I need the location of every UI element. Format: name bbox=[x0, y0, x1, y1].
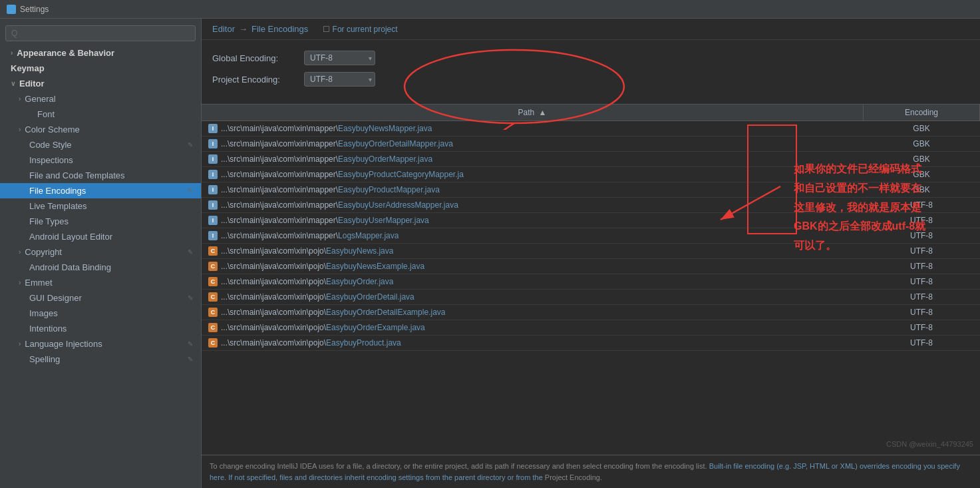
path-column-header: Path ▲ bbox=[202, 105, 864, 121]
file-table: Path ▲ Encoding I ...\src\main\java\com\… bbox=[202, 105, 980, 351]
breadcrumb: Editor → File Encodings ☐ For current pr… bbox=[202, 19, 980, 40]
path-highlight: EasybuyOrderDetailMapper.java bbox=[338, 139, 453, 148]
chevron-icon: ∨ bbox=[11, 80, 15, 87]
project-encoding-row: Project Encoding: UTF-8GBKISO-8859-1UTF-… bbox=[212, 72, 969, 87]
sidebar-item-filetypes[interactable]: File Types bbox=[0, 214, 201, 229]
table-row[interactable]: I ...\src\main\java\com\xin\mapper\Easyb… bbox=[202, 182, 980, 198]
path-text: ...\src\main\java\com\xin\pojo\EasybuyOr… bbox=[221, 277, 393, 286]
sidebar-item-intentions[interactable]: Intentions bbox=[0, 321, 201, 336]
sidebar-items-container: ›Appearance & BehaviorKeymap∨Editor›Gene… bbox=[0, 45, 201, 367]
sidebar-item-copyright[interactable]: ›Copyright✎ bbox=[0, 244, 201, 260]
sidebar-item-livetemplates[interactable]: Live Templates bbox=[0, 198, 201, 214]
path-text: ...\src\main\java\com\xin\pojo\EasybuyPr… bbox=[221, 338, 401, 348]
path-text: ...\src\main\java\com\xin\mapper\Easybuy… bbox=[221, 216, 429, 225]
table-row[interactable]: I ...\src\main\java\com\xin\mapper\Easyb… bbox=[202, 198, 980, 213]
path-cell: C ...\src\main\java\com\xin\pojo\Easybuy… bbox=[202, 320, 864, 336]
table-row[interactable]: I ...\src\main\java\com\xin\mapper\Easyb… bbox=[202, 136, 980, 152]
table-row[interactable]: C ...\src\main\java\com\xin\pojo\Easybuy… bbox=[202, 274, 980, 290]
for-project-checkbox[interactable]: ☐ For current project bbox=[323, 25, 397, 34]
sidebar-label: General bbox=[25, 94, 55, 104]
sidebar-item-filetemplates[interactable]: File and Code Templates bbox=[0, 168, 201, 183]
path-text: ...\src\main\java\com\xin\mapper\Easybuy… bbox=[221, 154, 432, 164]
sidebar-item-guidesigner[interactable]: GUI Designer✎ bbox=[0, 290, 201, 306]
row-badge: C bbox=[208, 262, 218, 271]
path-text: ...\src\main\java\com\xin\pojo\EasybuyOr… bbox=[221, 323, 425, 332]
sidebar-label: Appearance & Behavior bbox=[17, 48, 114, 58]
table-row[interactable]: I ...\src\main\java\com\xin\mapper\Easyb… bbox=[202, 121, 980, 136]
project-encoding-select-wrapper: UTF-8GBKISO-8859-1UTF-16windows-1252 bbox=[304, 72, 375, 87]
sidebar-label: Code Style bbox=[29, 140, 72, 150]
project-encoding-select[interactable]: UTF-8GBKISO-8859-1UTF-16windows-1252 bbox=[304, 72, 375, 87]
sidebar-item-androidlayout[interactable]: Android Layout Editor bbox=[0, 229, 201, 244]
footer-note: To change encoding IntelliJ IDEA uses fo… bbox=[202, 455, 980, 488]
chevron-icon: › bbox=[11, 49, 13, 57]
row-badge: I bbox=[208, 185, 218, 194]
sidebar-label: Language Injections bbox=[25, 339, 102, 349]
encoding-cell: UTF-8 bbox=[864, 244, 980, 259]
sidebar-item-inspections[interactable]: Inspections bbox=[0, 152, 201, 168]
table-row[interactable]: I ...\src\main\java\com\xin\mapper\LogsM… bbox=[202, 228, 980, 244]
table-row[interactable]: C ...\src\main\java\com\xin\pojo\Easybuy… bbox=[202, 336, 980, 351]
sidebar-item-languageinjections[interactable]: ›Language Injections✎ bbox=[0, 336, 201, 352]
edit-icon: ✎ bbox=[188, 141, 193, 148]
path-text: ...\src\main\java\com\xin\mapper\Easybuy… bbox=[221, 139, 453, 148]
breadcrumb-current: File Encodings bbox=[251, 24, 308, 34]
path-highlight: EasybuyOrderDetailExample.java bbox=[326, 308, 445, 317]
sidebar-item-font[interactable]: Font bbox=[0, 107, 201, 122]
search-input[interactable] bbox=[5, 25, 196, 41]
path-cell: C ...\src\main\java\com\xin\pojo\Easybuy… bbox=[202, 244, 864, 259]
sidebar-item-emmet[interactable]: ›Emmet bbox=[0, 275, 201, 290]
title-bar-text: Settings bbox=[20, 5, 49, 14]
table-row[interactable]: C ...\src\main\java\com\xin\pojo\Easybuy… bbox=[202, 290, 980, 305]
path-cell: I ...\src\main\java\com\xin\mapper\LogsM… bbox=[202, 228, 864, 244]
table-row[interactable]: I ...\src\main\java\com\xin\mapper\Easyb… bbox=[202, 152, 980, 167]
path-text: ...\src\main\java\com\xin\pojo\EasybuyOr… bbox=[221, 292, 414, 302]
table-row[interactable]: I ...\src\main\java\com\xin\mapper\Easyb… bbox=[202, 213, 980, 228]
encoding-cell: UTF-8 bbox=[864, 213, 980, 228]
project-encoding-label: Project Encoding: bbox=[212, 75, 299, 85]
footer-highlight: Built-in file encoding (e.g. JSP, HTML o… bbox=[210, 462, 960, 481]
row-badge: C bbox=[208, 277, 218, 286]
sidebar-label: File and Code Templates bbox=[29, 170, 125, 180]
encoding-column-header: Encoding bbox=[864, 105, 980, 121]
encoding-cell: UTF-8 bbox=[864, 290, 980, 305]
content-area: Editor → File Encodings ☐ For current pr… bbox=[202, 19, 980, 488]
path-cell: C ...\src\main\java\com\xin\pojo\Easybuy… bbox=[202, 305, 864, 320]
sidebar-item-keymap[interactable]: Keymap bbox=[0, 61, 201, 76]
path-cell: I ...\src\main\java\com\xin\mapper\Easyb… bbox=[202, 152, 864, 167]
encoding-cell: UTF-8 bbox=[864, 259, 980, 274]
path-highlight: EasybuyOrderDetail.java bbox=[326, 292, 414, 302]
sidebar-item-appearance[interactable]: ›Appearance & Behavior bbox=[0, 45, 201, 61]
table-row[interactable]: C ...\src\main\java\com\xin\pojo\Easybuy… bbox=[202, 259, 980, 274]
sidebar-item-codestyle[interactable]: Code Style✎ bbox=[0, 137, 201, 152]
path-highlight: EasybuyOrderExample.java bbox=[326, 323, 425, 332]
sidebar-item-fileencodings[interactable]: File Encodings✎ bbox=[0, 183, 201, 198]
sidebar-item-images[interactable]: Images bbox=[0, 306, 201, 321]
sidebar-item-editor[interactable]: ∨Editor bbox=[0, 76, 201, 91]
table-row[interactable]: C ...\src\main\java\com\xin\pojo\Easybuy… bbox=[202, 244, 980, 259]
table-row[interactable]: C ...\src\main\java\com\xin\pojo\Easybuy… bbox=[202, 320, 980, 336]
path-text: ...\src\main\java\com\xin\pojo\EasybuyOr… bbox=[221, 308, 445, 317]
sidebar-item-androiddatabinding[interactable]: Android Data Binding bbox=[0, 260, 201, 275]
encoding-cell: UTF-8 bbox=[864, 198, 980, 213]
file-table-container: Path ▲ Encoding I ...\src\main\java\com\… bbox=[202, 104, 980, 455]
row-badge: I bbox=[208, 124, 218, 133]
row-badge: C bbox=[208, 308, 218, 317]
path-text: ...\src\main\java\com\xin\mapper\Easybuy… bbox=[221, 185, 440, 194]
sidebar-label: Editor bbox=[19, 79, 45, 89]
encoding-cell: UTF-8 bbox=[864, 274, 980, 290]
sidebar-item-colorscheme[interactable]: ›Color Scheme bbox=[0, 122, 201, 137]
global-encoding-select[interactable]: UTF-8GBKISO-8859-1UTF-16windows-1252 bbox=[304, 51, 375, 65]
edit-icon: ✎ bbox=[188, 356, 193, 363]
table-body: I ...\src\main\java\com\xin\mapper\Easyb… bbox=[202, 121, 980, 351]
edit-icon: ✎ bbox=[188, 187, 193, 194]
sidebar-item-general[interactable]: ›General bbox=[0, 91, 201, 107]
path-highlight: EasybuyProductCategoryMapper.ja bbox=[338, 170, 464, 179]
main-layout: ›Appearance & BehaviorKeymap∨Editor›Gene… bbox=[0, 19, 980, 488]
path-cell: I ...\src\main\java\com\xin\mapper\Easyb… bbox=[202, 182, 864, 198]
path-cell: I ...\src\main\java\com\xin\mapper\Easyb… bbox=[202, 136, 864, 152]
sidebar-item-spelling[interactable]: Spelling✎ bbox=[0, 352, 201, 367]
path-highlight: LogsMapper.java bbox=[338, 231, 399, 240]
table-row[interactable]: I ...\src\main\java\com\xin\mapper\Easyb… bbox=[202, 167, 980, 182]
table-row[interactable]: C ...\src\main\java\com\xin\pojo\Easybuy… bbox=[202, 305, 980, 320]
